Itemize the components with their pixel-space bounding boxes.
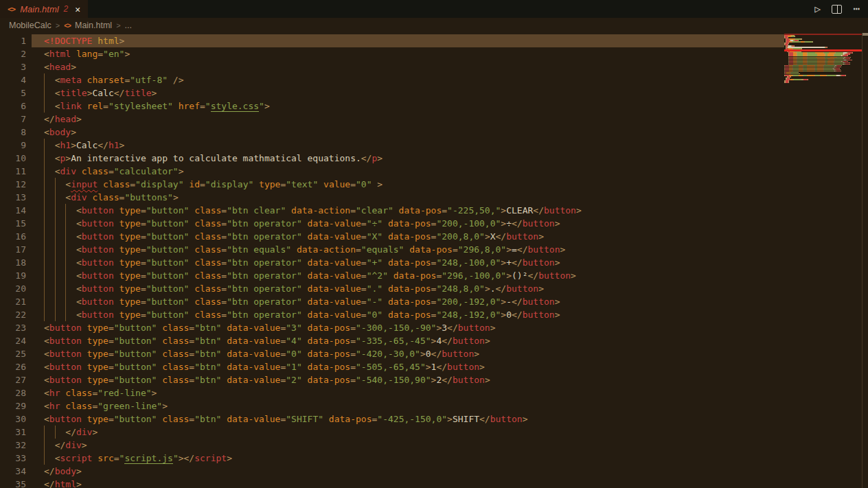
- code-line[interactable]: </html>: [32, 478, 784, 488]
- code-line[interactable]: <button type="button" class="btn" data-v…: [32, 321, 784, 334]
- line-number[interactable]: 3: [0, 60, 32, 73]
- line-number[interactable]: 29: [0, 399, 32, 413]
- code-line[interactable]: <meta charset="utf-8" />: [32, 73, 784, 86]
- code-line[interactable]: <button type="button" class="btn operato…: [32, 308, 784, 321]
- code-line[interactable]: <button type="button" class="btn operato…: [32, 295, 784, 308]
- line-number[interactable]: 23: [0, 321, 32, 334]
- line-number[interactable]: 35: [0, 478, 32, 488]
- tab-main-html[interactable]: <> Main.html 2 ✕: [0, 0, 88, 18]
- line-number[interactable]: 13: [0, 191, 32, 204]
- code-line[interactable]: <button type="button" class="btn" data-v…: [32, 334, 784, 347]
- overview-ruler[interactable]: [862, 33, 868, 488]
- code-token: button: [49, 414, 82, 424]
- code-line[interactable]: <button type="button" class="btn operato…: [32, 230, 784, 243]
- code-line[interactable]: </div>: [32, 426, 784, 439]
- code-line[interactable]: <hr class="red-line">: [32, 386, 784, 399]
- line-number[interactable]: 26: [0, 360, 32, 373]
- line-number[interactable]: 21: [0, 295, 32, 308]
- code-line[interactable]: <button type="button" class="btn clear" …: [32, 204, 784, 217]
- code-line[interactable]: <button type="button" class="btn operato…: [32, 256, 784, 269]
- code-token: button: [49, 375, 82, 385]
- breadcrumb-file[interactable]: Main.html: [75, 21, 112, 30]
- line-number[interactable]: 2: [0, 47, 32, 60]
- code-line[interactable]: <title>Calc</title>: [32, 86, 784, 100]
- code-line[interactable]: <h1>Calc</h1>: [32, 139, 784, 152]
- breadcrumb-folder[interactable]: MobileCalc: [9, 21, 52, 30]
- code-line[interactable]: <div class="buttons">: [32, 191, 784, 204]
- code-token: </: [361, 153, 372, 163]
- code-token: "btn operator": [227, 218, 302, 229]
- code-token: "text": [286, 179, 318, 189]
- code-line[interactable]: <button type="button" class="btn" data-v…: [32, 347, 784, 360]
- code-token: X: [490, 231, 496, 242]
- code-line[interactable]: </body>: [32, 465, 784, 478]
- code-line[interactable]: <button type="button" class="btn operato…: [32, 217, 784, 230]
- line-number[interactable]: 34: [0, 465, 32, 478]
- code-line[interactable]: <script src="script.js"></script>: [32, 452, 784, 465]
- line-number[interactable]: 25: [0, 347, 32, 360]
- line-number[interactable]: 8: [0, 126, 32, 139]
- line-number[interactable]: 4: [0, 73, 32, 86]
- code-line[interactable]: </head>: [32, 113, 784, 126]
- code-token: <: [44, 349, 49, 359]
- line-number[interactable]: 9: [0, 139, 32, 152]
- line-number[interactable]: 10: [0, 152, 32, 165]
- code-token: />: [168, 75, 183, 85]
- code-line[interactable]: <body>: [32, 126, 784, 139]
- code-token: <: [76, 231, 82, 242]
- line-number[interactable]: 22: [0, 308, 32, 321]
- line-number[interactable]: 16: [0, 230, 32, 243]
- more-actions-icon[interactable]: ⋯: [853, 3, 860, 14]
- code-token: >: [447, 414, 453, 424]
- code-line[interactable]: <button type="button" class="btn operato…: [32, 269, 784, 282]
- code-token: "200,-192,0": [436, 297, 501, 307]
- line-number[interactable]: 11: [0, 165, 32, 178]
- code-token: =: [221, 270, 227, 281]
- code-token: class: [189, 244, 221, 255]
- breadcrumb-symbol-more[interactable]: ...: [125, 21, 132, 30]
- code-line[interactable]: <button type="button" class="btn" data-v…: [32, 413, 784, 426]
- line-number[interactable]: 12: [0, 178, 32, 191]
- line-number[interactable]: 30: [0, 413, 32, 426]
- code-token: data-pos: [323, 414, 372, 424]
- code-token: <: [76, 270, 82, 281]
- line-number[interactable]: 14: [0, 204, 32, 217]
- line-number[interactable]: 5: [0, 86, 32, 100]
- line-number[interactable]: 19: [0, 269, 32, 282]
- code-token: <: [76, 297, 82, 307]
- code-line[interactable]: <!DOCTYPE html>: [32, 34, 784, 47]
- code-area[interactable]: <!DOCTYPE html><html lang="en"><head> <m…: [32, 33, 784, 488]
- code-token: =: [356, 244, 361, 255]
- code-token: </: [512, 257, 523, 268]
- line-number[interactable]: 18: [0, 256, 32, 269]
- code-line[interactable]: <button type="button" class="btn" data-v…: [32, 373, 784, 386]
- line-number[interactable]: 24: [0, 334, 32, 347]
- line-number[interactable]: 28: [0, 386, 32, 399]
- line-number[interactable]: 7: [0, 113, 32, 126]
- line-number[interactable]: 1: [0, 34, 32, 47]
- split-editor-icon[interactable]: [832, 5, 842, 14]
- line-number[interactable]: 17: [0, 243, 32, 256]
- code-line[interactable]: <button type="button" class="btn equals"…: [32, 243, 784, 256]
- minimap[interactable]: [784, 33, 862, 488]
- code-line[interactable]: <head>: [32, 60, 784, 73]
- line-number[interactable]: 15: [0, 217, 32, 230]
- line-number[interactable]: 31: [0, 426, 32, 439]
- close-icon[interactable]: ✕: [75, 4, 80, 14]
- line-number[interactable]: 27: [0, 373, 32, 386]
- run-icon[interactable]: ▷: [814, 4, 821, 14]
- code-line[interactable]: <hr class="green-line">: [32, 399, 784, 413]
- code-line[interactable]: <link rel="stylesheet" href="style.css">: [32, 100, 784, 113]
- code-line[interactable]: <button type="button" class="btn" data-v…: [32, 360, 784, 373]
- line-number[interactable]: 32: [0, 439, 32, 452]
- line-number[interactable]: 6: [0, 100, 32, 113]
- code-line[interactable]: <div class="calculator">: [32, 165, 784, 178]
- code-line[interactable]: <p>An interactive app to calculate mathm…: [32, 152, 784, 165]
- code-token: "btn": [194, 375, 221, 385]
- code-line[interactable]: <input class="display" id="display" type…: [32, 178, 784, 191]
- line-number[interactable]: 20: [0, 282, 32, 295]
- line-number[interactable]: 33: [0, 452, 32, 465]
- code-line[interactable]: <button type="button" class="btn operato…: [32, 282, 784, 295]
- code-line[interactable]: <html lang="en">: [32, 47, 784, 60]
- code-line[interactable]: </div>: [32, 439, 784, 452]
